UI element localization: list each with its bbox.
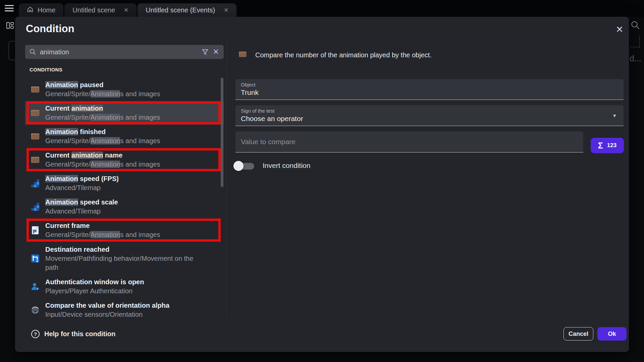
toggle-knob — [233, 161, 244, 171]
pathfinding-icon: AB — [30, 254, 41, 263]
tab-untitled-scene-events[interactable]: Untitled scene (Events) ✕ — [138, 3, 236, 17]
condition-search-box[interactable]: ✕ — [25, 45, 224, 59]
conditions-section-header: CONDITIONS — [30, 67, 62, 72]
condition-item[interactable]: Authentication window is openPlayers/Pla… — [25, 275, 224, 298]
background-search-icon[interactable] — [630, 20, 640, 32]
chevron-down-icon: ▼ — [612, 113, 617, 118]
svg-text:A: A — [32, 255, 34, 258]
background-panel-fragment — [8, 41, 15, 60]
condition-item[interactable]: Animation speed (FPS)Advanced/Tilemap — [25, 172, 224, 195]
svg-text:B: B — [36, 260, 38, 263]
sigma-icon: Σ — [598, 141, 603, 150]
condition-path: Movement/Pathfinding behavior/Movement o… — [45, 254, 197, 272]
film-icon — [30, 109, 41, 117]
condition-title: Destination reached — [45, 245, 197, 254]
condition-path: General/Sprite/Animations and images — [45, 230, 160, 239]
condition-description-row: Compare the number of the animation play… — [238, 50, 432, 60]
tab-home[interactable]: Home — [19, 3, 63, 17]
auth-icon — [30, 282, 41, 291]
condition-title: Animation speed scale — [45, 198, 118, 207]
film-icon — [238, 50, 247, 60]
condition-title: Current animation name — [45, 151, 160, 160]
operator-field-value: Choose an operator — [241, 114, 618, 123]
value-to-compare-field[interactable] — [235, 131, 583, 153]
ok-button[interactable]: Ok — [597, 327, 627, 341]
menu-hamburger-icon[interactable] — [5, 5, 14, 12]
help-label: Help for this condition — [44, 330, 115, 338]
condition-title: Authentication window is open — [45, 278, 144, 287]
tab-untitled-scene[interactable]: Untitled scene ✕ — [64, 3, 137, 17]
list-scrollbar-thumb[interactable] — [221, 78, 223, 187]
condition-path: Players/Player Authentication — [45, 287, 144, 296]
expression-builder-button[interactable]: Σ 123 — [591, 138, 624, 153]
panel-divider — [226, 38, 227, 318]
condition-dialog: Condition ✕ ✕ CONDITIONS Animation pause… — [15, 17, 629, 352]
condition-item[interactable]: Current frameGeneral/Sprite/Animations a… — [25, 219, 224, 242]
tab-label: Home — [38, 6, 55, 14]
operator-select-field[interactable]: Sign of the test Choose an operator ▼ — [235, 105, 624, 126]
expression-button-label: 123 — [607, 142, 616, 149]
condition-title: Current frame — [45, 221, 160, 230]
condition-description: Compare the number of the animation play… — [255, 51, 432, 59]
condition-item[interactable]: Compare the value of orientation alphaIn… — [25, 298, 224, 318]
tilemap-icon — [30, 179, 41, 188]
condition-path: Advanced/Tilemap — [45, 183, 119, 192]
search-icon — [29, 48, 37, 56]
condition-path: General/Sprite/Animations and images — [45, 160, 160, 169]
condition-path: Advanced/Tilemap — [45, 207, 118, 216]
film-icon — [30, 156, 41, 164]
condition-item[interactable]: Animation speed scaleAdvanced/Tilemap — [25, 195, 224, 219]
value-to-compare-input[interactable] — [241, 138, 578, 146]
help-link[interactable]: ? Help for this condition — [31, 330, 115, 338]
help-icon: ? — [31, 330, 40, 338]
close-dialog-icon[interactable]: ✕ — [613, 23, 626, 36]
dialog-title: Condition — [26, 23, 74, 35]
search-input[interactable] — [40, 48, 198, 56]
cancel-button[interactable]: Cancel — [564, 327, 593, 341]
film-icon — [30, 85, 41, 94]
orientation-icon — [30, 305, 41, 315]
condition-path: Input/Device sensors/Orientation — [45, 310, 169, 318]
condition-item[interactable]: Current animation nameGeneral/Sprite/Ani… — [25, 148, 224, 172]
condition-path: General/Sprite/Animations and images — [45, 113, 160, 122]
condition-title: Animation speed (FPS) — [45, 174, 119, 183]
condition-item[interactable]: ABDestination reachedMovement/Pathfindin… — [25, 242, 224, 275]
operator-field-label: Sign of the test — [241, 108, 618, 114]
background-selection-dashes — [631, 36, 640, 47]
condition-path: General/Sprite/Animations and images — [45, 136, 160, 145]
layout-grid-icon[interactable] — [6, 21, 14, 31]
tab-label: Untitled scene — [72, 6, 115, 14]
filter-icon[interactable] — [201, 48, 209, 56]
invert-condition-toggle[interactable] — [233, 160, 255, 172]
condition-title: Animation paused — [45, 80, 160, 89]
top-tab-bar: Home Untitled scene ✕ Untitled scene (Ev… — [0, 0, 644, 17]
condition-item[interactable]: Current animationGeneral/Sprite/Animatio… — [25, 101, 224, 125]
object-field-label: Object — [241, 82, 618, 88]
conditions-list: Animation pausedGeneral/Sprite/Animation… — [25, 78, 224, 318]
editor-tabs: Home Untitled scene ✕ Untitled scene (Ev… — [19, 3, 236, 17]
condition-path: General/Sprite/Animations and images — [45, 89, 160, 99]
clear-search-icon[interactable]: ✕ — [212, 48, 220, 56]
invert-condition-label: Invert condition — [263, 162, 310, 170]
tilemap-icon — [30, 202, 41, 212]
condition-item[interactable]: Animation pausedGeneral/Sprite/Animation… — [25, 78, 224, 101]
close-tab-icon[interactable]: ✕ — [224, 7, 228, 14]
home-icon — [27, 6, 34, 14]
close-tab-icon[interactable]: ✕ — [124, 7, 128, 14]
background-truncated-text: d... — [630, 54, 641, 63]
object-field-value: Trunk — [241, 88, 618, 97]
tab-label: Untitled scene (Events) — [146, 6, 215, 14]
film-icon — [30, 132, 41, 141]
condition-title: Compare the value of orientation alpha — [45, 301, 169, 310]
condition-title: Current animation — [45, 104, 160, 113]
condition-item[interactable]: Animation finishedGeneral/Sprite/Animati… — [25, 125, 224, 148]
frame-icon — [30, 226, 41, 235]
condition-title: Animation finished — [45, 127, 160, 136]
object-field[interactable]: Object Trunk — [235, 79, 624, 100]
